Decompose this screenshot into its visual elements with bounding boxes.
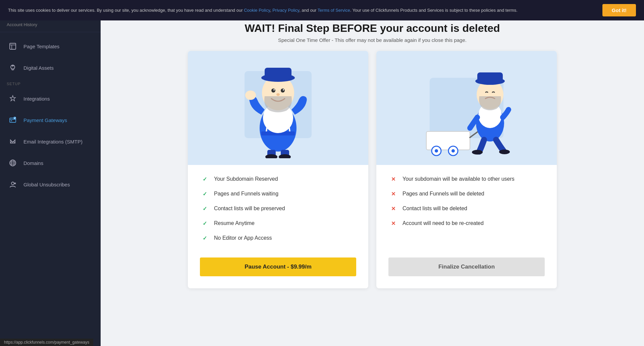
pause-card-illustration (188, 51, 368, 165)
privacy-policy-link[interactable]: Privacy Policy (272, 8, 299, 13)
sidebar-label-email-integrations: Email Integrations (SMTP) (23, 139, 83, 145)
status-url: https://app.clickfunnels.com/payment_gat… (4, 340, 89, 345)
cancel-feature-label-4: Account will need to be re-created (402, 220, 484, 226)
svg-point-49 (499, 150, 510, 154)
svg-point-26 (271, 89, 275, 93)
cancel-feature-label-1: Your subdomain will be available to othe… (402, 176, 515, 182)
sidebar-item-domains[interactable]: Domains (0, 152, 101, 174)
sidebar-item-page-templates[interactable]: Page Templates (0, 36, 101, 57)
feature-label-4: Resume Anytime (214, 220, 255, 226)
pause-card-action: Pause Account - $9.99/m (188, 257, 368, 288)
feature-contacts-preserved: ✓ Contact lists will be preserved (200, 204, 356, 213)
cross-icon-4: ✕ (388, 219, 398, 228)
page-title: WAIT! Final Step BEFORE your account is … (245, 22, 500, 35)
cancel-card-features: ✕ Your subdomain will be available to ot… (376, 165, 557, 257)
feature-label-1: Your Subdomain Reserved (214, 176, 278, 182)
check-icon-1: ✓ (200, 174, 209, 184)
svg-rect-0 (10, 43, 16, 49)
feature-no-editor: ✓ No Editor or App Access (200, 233, 356, 243)
sidebar-item-email-integrations[interactable]: Email Integrations (SMTP) (0, 131, 101, 152)
app-wrapper: Account History Page Templates (0, 15, 644, 346)
integrations-icon (7, 93, 19, 105)
pause-offer-card: ✓ Your Subdomain Reserved ✓ Pages and Fu… (188, 51, 368, 288)
status-bar: https://app.clickfunnels.com/payment_gat… (0, 339, 93, 346)
svg-point-48 (472, 150, 483, 155)
svg-point-41 (451, 149, 455, 153)
svg-rect-25 (265, 68, 291, 79)
feature-subdomain-reserved: ✓ Your Subdomain Reserved (200, 174, 356, 184)
svg-point-28 (273, 89, 275, 91)
cancel-feature-label-2: Pages and Funnels will be deleted (402, 191, 484, 197)
sidebar-item-payment-gateways[interactable]: Payment Gateways (0, 109, 101, 131)
feature-label-2: Pages and Funnels waiting (214, 191, 278, 197)
sidebar: Account History Page Templates (0, 15, 101, 346)
cancel-card-illustration (376, 51, 557, 165)
cancel-offer-card: ✕ Your subdomain will be available to ot… (376, 51, 557, 288)
sidebar-item-integrations[interactable]: Integrations (0, 88, 101, 109)
feature-label-5: No Editor or App Access (214, 235, 272, 241)
page-header: WAIT! Final Step BEFORE your account is … (245, 22, 500, 43)
setup-section-label: Setup (0, 78, 101, 88)
digital-assets-icon (7, 62, 19, 74)
svg-point-27 (281, 89, 285, 93)
svg-rect-7 (11, 120, 12, 121)
cancel-card-action: Finalize Cancellation (376, 257, 557, 288)
pause-account-button[interactable]: Pause Account - $9.99/m (200, 257, 356, 276)
check-icon-3: ✓ (200, 204, 209, 213)
svg-rect-47 (477, 72, 503, 82)
domains-icon (7, 157, 19, 169)
pause-card-features: ✓ Your Subdomain Reserved ✓ Pages and Fu… (188, 165, 368, 257)
sidebar-label-domains: Domains (23, 160, 43, 166)
tos-link[interactable]: Terms of Service (318, 8, 350, 13)
svg-point-29 (283, 89, 284, 91)
svg-marker-4 (10, 96, 15, 101)
cookie-text: This site uses cookies to deliver our se… (8, 8, 518, 13)
cancel-feature-account: ✕ Account will need to be re-created (388, 219, 545, 228)
sidebar-label-payment-gateways: Payment Gateways (23, 117, 67, 123)
check-icon-4: ✓ (200, 219, 209, 228)
feature-resume-anytime: ✓ Resume Anytime (200, 219, 356, 228)
svg-point-39 (435, 149, 438, 153)
page-subtitle: Special One Time Offer - This offer may … (245, 37, 500, 43)
sidebar-label-integrations: Integrations (23, 96, 50, 102)
cookie-policy-link[interactable]: Cookie Policy (244, 8, 270, 13)
got-it-button[interactable]: Got it! (602, 4, 636, 16)
cross-icon-1: ✕ (388, 174, 398, 184)
sidebar-item-digital-assets[interactable]: Digital Assets (0, 57, 101, 78)
cancel-feature-pages: ✕ Pages and Funnels will be deleted (388, 189, 545, 198)
sidebar-item-global-unsubscribes[interactable]: Global Unsubscribes (0, 174, 101, 195)
page-templates-icon (7, 40, 19, 52)
check-icon-5: ✓ (200, 233, 209, 243)
sidebar-label-digital-assets: Digital Assets (23, 65, 54, 71)
cross-icon-2: ✕ (388, 189, 398, 198)
cancel-feature-contacts: ✕ Contact lists will be deleted (388, 204, 545, 213)
global-unsubscribes-icon (7, 178, 19, 190)
svg-point-30 (276, 93, 280, 96)
check-icon-2: ✓ (200, 189, 209, 198)
feature-pages-waiting: ✓ Pages and Funnels waiting (200, 189, 356, 198)
cancel-feature-subdomain: ✕ Your subdomain will be available to ot… (388, 174, 545, 184)
cancel-feature-label-3: Contact lists will be deleted (402, 206, 467, 212)
svg-point-14 (11, 182, 14, 185)
payment-gateways-icon (7, 114, 19, 126)
sidebar-label-page-templates: Page Templates (23, 44, 59, 49)
svg-point-31 (245, 91, 256, 100)
email-integrations-icon (7, 135, 19, 148)
sidebar-account-header: Account History (0, 19, 101, 32)
feature-label-3: Contact lists will be preserved (214, 206, 285, 212)
cookie-banner: This site uses cookies to deliver our se… (0, 0, 644, 20)
main-content: WAIT! Final Step BEFORE your account is … (101, 15, 644, 346)
finalize-cancellation-button[interactable]: Finalize Cancellation (388, 257, 545, 276)
cross-icon-3: ✕ (388, 204, 398, 213)
sidebar-label-global-unsubscribes: Global Unsubscribes (23, 182, 70, 187)
cards-container: ✓ Your Subdomain Reserved ✓ Pages and Fu… (188, 51, 557, 288)
